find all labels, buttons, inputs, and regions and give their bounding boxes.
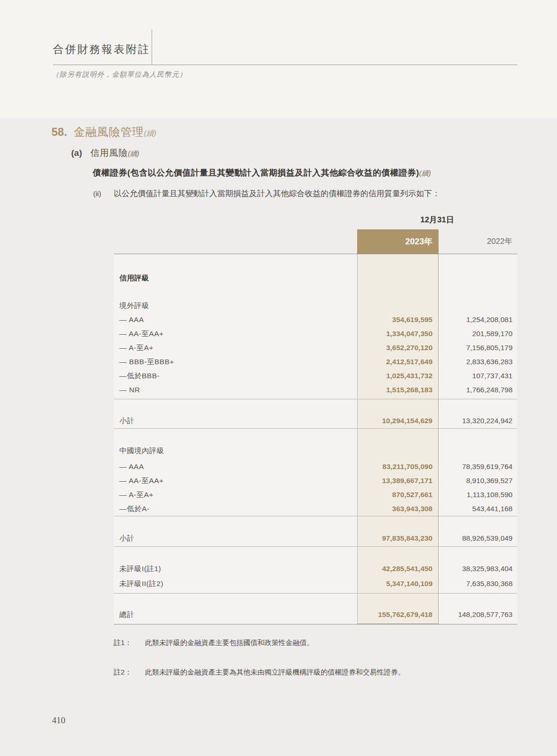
value-2022: 1,766,248,798: [466, 383, 513, 397]
row-label: —低於A-: [119, 502, 150, 516]
value-2022: 88,926,539,049: [462, 531, 513, 545]
value-2022: 38,325,983,404: [462, 562, 513, 576]
value-2023: 13,389,667,171: [382, 474, 432, 488]
table-rule-top: [114, 254, 517, 254]
section-continued-marker: (續): [144, 129, 156, 137]
table-row: — AAA 354,619,595 1,254,208,081: [114, 313, 517, 327]
row-label: — AAA: [119, 313, 144, 327]
table-row: — AA-至AA+ 1,334,047,350 201,589,170: [114, 327, 517, 341]
value-2023: 1,334,047,350: [386, 327, 432, 341]
footnote-1-text: 此類未評級的金融資產主要包括國債和政策性金融債。: [145, 639, 314, 646]
row-label: 信用評級: [119, 271, 149, 285]
item-ii-text: 以公允價值計量且其變動計入當期損益及計入其他綜合收益的債權證券的信用質量列示如下…: [114, 189, 440, 198]
value-2023: 10,294,154,629: [382, 414, 432, 428]
table-row: 未評級I(註1) 42,285,541,450 38,325,983,404: [114, 562, 517, 576]
table-row: — A-至A+ 3,652,270,120 7,156,805,179: [114, 341, 517, 355]
value-2023: 354,619,595: [392, 313, 432, 327]
table-row-subtotal: 小計 97,835,843,230 88,926,539,049: [114, 531, 517, 545]
table-row: — AA-至AA+ 13,389,667,171 8,910,369,527: [114, 474, 517, 488]
value-2022: 1,254,208,081: [466, 313, 513, 327]
row-label: — AA-至AA+: [119, 474, 164, 488]
value-2023: 5,347,140,109: [386, 577, 432, 591]
table-row: — BBB-至BBB+ 2,412,517,649 2,833,636,283: [114, 355, 517, 369]
section-heading: 58.金融風險管理(續): [51, 125, 156, 139]
table-row: 信用評級: [114, 271, 517, 285]
table-row-subtotal: 小計 10,294,154,629 13,320,224,942: [114, 414, 517, 428]
header-vertical-divider: [152, 29, 152, 65]
column-header-2022: 2022年: [439, 229, 513, 254]
subsection-letter: (a): [71, 148, 82, 158]
statement-text: 債權證券(包含以公允價值計量且其變動計入當期損益及計入其他綜合收益的債權證券): [93, 168, 419, 177]
column-header-2023: 2023年: [357, 229, 439, 254]
section-title: 金融風險管理: [73, 125, 144, 138]
value-2022: 107,737,431: [472, 369, 513, 383]
debt-securities-statement: 債權證券(包含以公允價值計量且其變動計入當期損益及計入其他綜合收益的債權證券)(…: [93, 167, 533, 178]
value-2023: 870,527,661: [392, 488, 432, 502]
footnote-1-label: 註1：: [114, 639, 145, 647]
value-2023: 83,211,705,090: [382, 460, 432, 474]
value-2023: 1,025,431,732: [386, 369, 432, 383]
subsection-heading: (a)信用風險(續): [71, 147, 139, 159]
row-label: — AA-至AA+: [119, 327, 164, 341]
subsection-continued-marker: (續): [128, 150, 139, 157]
table-row: 中國境內評級: [114, 444, 517, 458]
value-2023: 97,835,843,230: [382, 531, 432, 545]
header-horizontal-rule: [53, 65, 517, 65]
row-label: — A-至A+: [119, 488, 154, 502]
table-row-total: 總計 155,762,679,418 148,208,577,763: [114, 608, 517, 622]
row-label: — BBB-至BBB+: [119, 355, 174, 369]
row-label: 總計: [119, 608, 134, 622]
value-2022: 1,113,108,590: [467, 488, 513, 502]
document-page: 合併財務報表附註 （除另有説明外，金額單位為人民幣元） 58.金融風險管理(續)…: [0, 0, 557, 756]
value-2022: 13,320,224,942: [462, 414, 513, 428]
table-rule-bottom: [114, 624, 517, 624]
value-2022: 2,833,636,283: [466, 355, 513, 369]
table-row: — AAA 83,211,705,090 78,359,619,764: [114, 460, 517, 474]
value-2022: 7,635,830,368: [466, 577, 513, 591]
table-date-header: 12月31日: [357, 214, 517, 225]
table-rule-2: [114, 428, 517, 429]
row-label: — A-至A+: [119, 341, 154, 355]
page-number: 410: [52, 715, 66, 726]
row-label: 小計: [119, 414, 134, 428]
section-number: 58.: [51, 125, 67, 138]
table-row: 境外評級: [114, 299, 517, 313]
page-header-title: 合併財務報表附註: [53, 42, 150, 57]
item-ii-line: (ii)以公允價值計量且其變動計入當期損益及計入其他綜合收益的債權證券的信用質量…: [93, 188, 440, 199]
item-ii-marker: (ii): [93, 190, 114, 198]
page-header-subtitle: （除另有説明外，金額單位為人民幣元）: [52, 70, 187, 79]
value-2023: 3,652,270,120: [386, 341, 432, 355]
row-label: — NR: [119, 383, 140, 397]
table-rule-1: [114, 399, 517, 399]
value-2023: 1,515,268,183: [386, 383, 432, 397]
footnote-2-label: 註2：: [114, 668, 145, 677]
row-label: 境外評級: [119, 299, 149, 313]
footnote-1: 註1：此類未評級的金融資產主要包括國債和政策性金融債。: [114, 639, 498, 647]
header-band: [0, 0, 557, 118]
table-row: —低於A- 363,943,308 543,441,168: [114, 502, 517, 516]
value-2022: 78,359,619,764: [462, 460, 513, 474]
table-rule-5: [114, 593, 517, 594]
footnote-2: 註2：此類未評級的金融資產主要為其他未由獨立評級機構評級的債權證券和交易性證券。: [114, 668, 498, 677]
row-label: — AAA: [119, 460, 144, 474]
value-2022: 201,589,170: [472, 327, 513, 341]
row-label: 未評級I(註1): [119, 562, 161, 576]
value-2022: 7,156,805,179: [466, 341, 513, 355]
footnote-2-text: 此類未評級的金融資產主要為其他未由獨立評級機構評級的債權證券和交易性證券。: [145, 668, 405, 676]
value-2023: 2,412,517,649: [386, 355, 432, 369]
table-rule-4: [114, 546, 517, 547]
row-label: 未評級II(註2): [119, 577, 163, 591]
table-rule-3: [114, 516, 517, 516]
row-label: 中國境內評級: [119, 444, 164, 458]
value-2023: 363,943,308: [392, 502, 432, 516]
value-2022: 148,208,577,763: [458, 608, 513, 622]
row-label: —低於BBB-: [119, 369, 160, 383]
table-row: 未評級II(註2) 5,347,140,109 7,635,830,368: [114, 577, 517, 591]
value-2023: 155,762,679,418: [378, 608, 432, 622]
statement-continued-marker: (續): [419, 169, 432, 177]
row-label: 小計: [119, 531, 134, 545]
table-row: — A-至A+ 870,527,661 1,113,108,590: [114, 488, 517, 502]
subsection-title: 信用風險: [90, 148, 128, 158]
value-2022: 543,441,168: [472, 502, 513, 516]
value-2022: 8,910,369,527: [466, 474, 513, 488]
